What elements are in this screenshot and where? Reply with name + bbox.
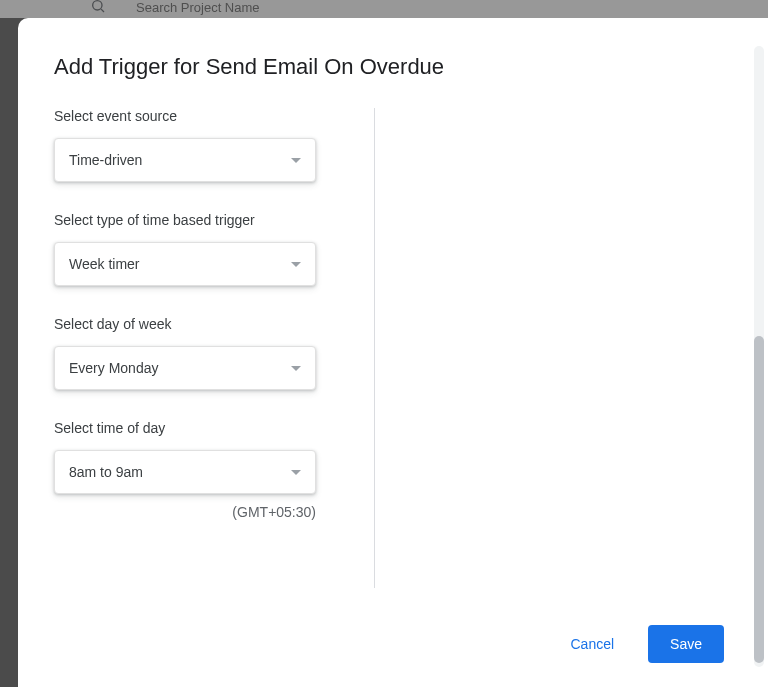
chevron-down-icon xyxy=(291,158,301,163)
field-trigger-type: Select type of time based trigger Week t… xyxy=(54,212,352,286)
dropdown-value: Every Monday xyxy=(69,360,158,376)
trigger-dialog: Add Trigger for Send Email On Overdue Se… xyxy=(18,18,768,687)
cancel-button[interactable]: Cancel xyxy=(548,625,636,663)
field-event-source: Select event source Time-driven xyxy=(54,108,352,182)
field-day-of-week: Select day of week Every Monday xyxy=(54,316,352,390)
scrollbar-track[interactable] xyxy=(754,46,764,667)
time-of-day-dropdown[interactable]: 8am to 9am xyxy=(54,450,316,494)
form-column: Select event source Time-driven Select t… xyxy=(54,108,374,663)
field-label: Select type of time based trigger xyxy=(54,212,352,228)
dropdown-value: Week timer xyxy=(69,256,140,272)
scrollbar-thumb[interactable] xyxy=(754,336,764,663)
event-source-dropdown[interactable]: Time-driven xyxy=(54,138,316,182)
day-of-week-dropdown[interactable]: Every Monday xyxy=(54,346,316,390)
dialog-title: Add Trigger for Send Email On Overdue xyxy=(54,54,732,80)
chevron-down-icon xyxy=(291,470,301,475)
chevron-down-icon xyxy=(291,262,301,267)
dropdown-value: 8am to 9am xyxy=(69,464,143,480)
chevron-down-icon xyxy=(291,366,301,371)
dialog-footer: Cancel Save xyxy=(548,625,724,663)
field-label: Select event source xyxy=(54,108,352,124)
save-button[interactable]: Save xyxy=(648,625,724,663)
field-time-of-day: Select time of day 8am to 9am (GMT+05:30… xyxy=(54,420,352,520)
dropdown-value: Time-driven xyxy=(69,152,142,168)
vertical-divider xyxy=(374,108,375,588)
field-label: Select day of week xyxy=(54,316,352,332)
timezone-note: (GMT+05:30) xyxy=(54,504,316,520)
trigger-type-dropdown[interactable]: Week timer xyxy=(54,242,316,286)
field-label: Select time of day xyxy=(54,420,352,436)
